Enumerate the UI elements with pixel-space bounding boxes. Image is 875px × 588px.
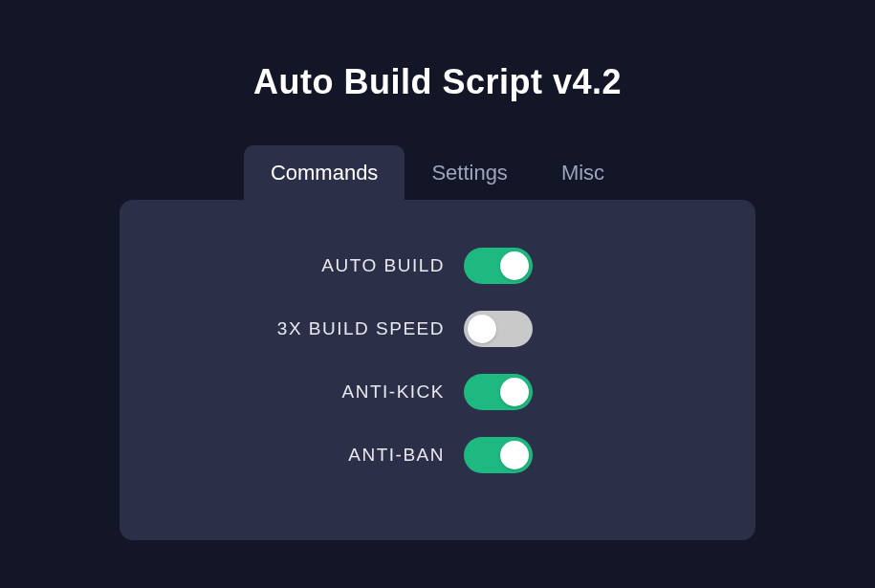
option-label-anti-kick: ANTI-KICK <box>158 381 464 403</box>
page-title: Auto Build Script v4.2 <box>253 62 622 102</box>
option-label-build-speed: 3X BUILD SPEED <box>158 318 464 339</box>
toggle-auto-build[interactable] <box>464 248 533 284</box>
option-row-auto-build: AUTO BUILD <box>158 248 717 284</box>
tab-misc[interactable]: Misc <box>535 145 631 201</box>
option-label-anti-ban: ANTI-BAN <box>158 445 464 466</box>
tab-settings[interactable]: Settings <box>405 145 535 201</box>
toggle-knob-icon <box>500 441 529 469</box>
toggle-knob-icon <box>468 315 496 343</box>
toggle-anti-ban[interactable] <box>464 437 533 473</box>
tab-commands[interactable]: Commands <box>244 145 405 201</box>
toggle-knob-icon <box>500 378 529 406</box>
option-row-anti-ban: ANTI-BAN <box>158 437 717 473</box>
option-row-build-speed: 3X BUILD SPEED <box>158 311 717 347</box>
toggle-knob-icon <box>500 251 529 280</box>
toggle-build-speed[interactable] <box>464 311 533 347</box>
tabs-row: Commands Settings Misc <box>244 145 631 201</box>
app-container: Auto Build Script v4.2 Commands Settings… <box>0 0 875 540</box>
option-label-auto-build: AUTO BUILD <box>158 255 464 276</box>
option-row-anti-kick: ANTI-KICK <box>158 374 717 410</box>
toggle-anti-kick[interactable] <box>464 374 533 410</box>
commands-panel: AUTO BUILD 3X BUILD SPEED ANTI-KICK ANTI… <box>120 200 755 540</box>
